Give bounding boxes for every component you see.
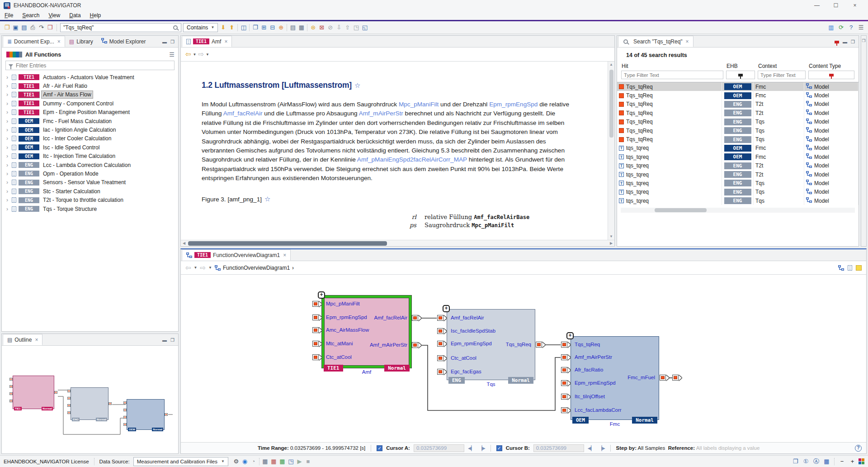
scroll-left-icon[interactable]: ◀ [181, 241, 187, 245]
menu-help[interactable]: Help [90, 12, 101, 19]
pdf-document-icon[interactable]: ❒ [46, 23, 54, 32]
stop-icon[interactable]: ■ [304, 457, 312, 466]
new-view-icon[interactable]: ❐ [251, 23, 259, 32]
tree-item[interactable]: ›OEMIac - Ignition Angle Calculation [2, 125, 178, 134]
minimize-panel-icon[interactable]: ▬ [843, 39, 847, 44]
tab-function-overview-diagram[interactable]: TIE1 FunctionOverviewDiagram1 × [182, 249, 291, 261]
forward-icon[interactable]: ⇨ [200, 264, 206, 272]
close-icon[interactable]: × [686, 38, 689, 45]
minimize-panel-icon[interactable]: ▬ [162, 39, 167, 44]
move-up-icon[interactable]: ⇧ [343, 23, 352, 32]
input-port[interactable] [561, 380, 567, 386]
diagram-canvas[interactable]: +Mpc_pManiFiltEpm_rpmEngSpdAmc_AirMassFl… [181, 275, 866, 442]
search-result-row[interactable]: Ttqs_tqreqENGTqsModel [617, 179, 859, 187]
tree-item[interactable]: ›TIE1Actuators - Actuators Value Treatme… [2, 73, 178, 81]
add-to-diagram-icon[interactable]: ⊕ [277, 23, 285, 32]
tab-model-explorer[interactable]: Model Explorer [97, 36, 150, 47]
input-port[interactable] [437, 369, 443, 375]
detach-icon[interactable]: ◳ [352, 23, 360, 32]
search-result-row[interactable]: Tqs_tqReqENGTqsModel [617, 126, 859, 135]
favorite-star-icon[interactable]: ☆ [264, 195, 270, 203]
horizontal-scrollbar[interactable]: ◀ ▶ [181, 240, 614, 246]
play-icon[interactable]: ▶ [295, 457, 304, 466]
data-source-dropdown[interactable]: Measurement and Calibration Files ▼ [133, 457, 228, 466]
step-forward-button[interactable]: ▕▶ [478, 445, 485, 451]
minimize-panel-icon[interactable]: ▬ [162, 338, 167, 343]
find-next-icon[interactable]: ⬇ [219, 23, 227, 32]
step-back-button[interactable]: ◀▏ [468, 445, 475, 451]
tab-document-amf[interactable]: TIE1 Amf × [182, 36, 232, 47]
tree-item[interactable]: ›ENGTqs - Torque Structure [2, 205, 178, 213]
menu-view[interactable]: View [48, 12, 60, 19]
cursor-a-checkbox[interactable]: ✓ [377, 445, 382, 451]
table-lab-icon[interactable]: ▦ [278, 457, 287, 466]
help-icon[interactable]: ? [855, 445, 862, 452]
input-port[interactable] [437, 341, 443, 347]
tab-library[interactable]: ▤Library [65, 36, 97, 47]
chevron-down-icon[interactable]: ▼ [208, 266, 212, 270]
scrollbar-thumb[interactable] [655, 208, 707, 212]
tree-item[interactable]: ›ENGLcc - Lambda Correction Calculation [2, 161, 178, 169]
model-icon[interactable] [838, 265, 844, 271]
grid-view-icon[interactable]: ▦ [822, 457, 831, 466]
search-input[interactable] [61, 24, 172, 31]
back-icon[interactable]: ⇦ [185, 50, 191, 58]
expand-chevron-icon[interactable]: › [5, 127, 9, 133]
input-port[interactable] [312, 327, 319, 333]
tree-item[interactable]: ›OEMIsc - Idle Speed Control [2, 143, 178, 152]
outline-block[interactable]: ENGNormal [71, 387, 108, 420]
tree-item[interactable]: ›OEMFmc - Fuel Mass Calculation [2, 117, 178, 125]
maximize-button[interactable]: ☐ [826, 2, 845, 9]
ehandbook-icon[interactable]: ▤ [20, 23, 28, 32]
search-result-row[interactable]: Tqs_tqReqENGT2tModel [617, 100, 859, 109]
scrollbar-thumb[interactable] [188, 241, 387, 246]
output-port[interactable] [412, 342, 418, 348]
remove-diagram-icon[interactable]: ⊠ [317, 23, 326, 32]
breadcrumb[interactable]: FunctionOverviewDiagram1 › [215, 265, 294, 271]
expand-chevron-icon[interactable]: › [5, 153, 9, 159]
close-button[interactable]: × [845, 2, 864, 9]
show-list-icon[interactable]: ▤ [288, 23, 297, 32]
doc-link[interactable]: Epm_rpmEngSpd [489, 101, 538, 108]
expand-chevron-icon[interactable]: › [5, 91, 9, 98]
expand-chevron-icon[interactable]: › [5, 188, 9, 195]
navigator-icon[interactable]: ◫ [239, 23, 248, 32]
tree-item[interactable]: ›ENGOpm - Operation Mode [2, 169, 178, 178]
function-block-fmc[interactable]: +Tqs_tqReqAmf_mAirPerStrAfr_facRatioEpm_… [571, 336, 659, 420]
column-header-context[interactable]: Context [756, 62, 807, 70]
input-port[interactable] [561, 354, 567, 360]
expand-all-icon[interactable]: ⊞ [259, 23, 268, 32]
match-mode-dropdown[interactable]: Contains ▼ [183, 23, 218, 32]
show-table-icon[interactable]: ▦ [297, 23, 306, 32]
tab-outline[interactable]: ▤ Outline × [3, 334, 42, 345]
tree-item[interactable]: ›OEMItc - Injection Time Calculation [2, 152, 178, 161]
search-result-row[interactable]: Ttqs_tqreqENGT2tModel [617, 162, 859, 170]
function-block-tqs[interactable]: +Amf_facRelAirIsc_facIdleSpdStabEpm_rpmE… [447, 309, 535, 380]
tree-item[interactable]: ›TIE1Epm - Engine Position Management [2, 108, 178, 117]
expand-chevron-icon[interactable]: › [5, 109, 9, 115]
expand-chevron-icon[interactable]: › [5, 100, 9, 107]
cursor-b-checkbox[interactable]: ✓ [496, 445, 502, 451]
menu-icon[interactable]: ☰ [857, 23, 865, 32]
visibility-icon[interactable]: ◉ [241, 457, 249, 466]
input-port[interactable] [561, 394, 567, 400]
maximize-panel-icon[interactable]: ❐ [170, 338, 175, 343]
output-port[interactable] [660, 375, 666, 381]
context-filter-input[interactable] [758, 71, 806, 79]
tree-item[interactable]: ›TIE1Dummy - Component Control [2, 99, 178, 108]
search-result-row[interactable]: Ttqs_tqreqENGTqsModel [617, 196, 859, 205]
chevron-down-icon[interactable]: ▼ [194, 266, 198, 270]
window-1-icon[interactable]: ① [802, 457, 810, 466]
close-icon[interactable]: × [224, 38, 227, 45]
history-icon[interactable]: ⟳ [837, 23, 845, 32]
zoom-in-icon[interactable]: + [848, 457, 857, 466]
zoom-out-icon[interactable]: − [838, 457, 846, 466]
search-result-row[interactable]: Ttqs_tqreqOEMFmcModel [617, 144, 859, 152]
minimize-button[interactable]: — [807, 2, 826, 9]
output-port[interactable] [412, 315, 418, 321]
monitor-view-icon[interactable]: ❐ [791, 457, 800, 466]
open-document-icon[interactable]: ❐ [3, 23, 11, 32]
cursor-b-value[interactable]: 0.032573699 [533, 444, 584, 452]
scroll-right-icon[interactable]: ▶ [608, 241, 614, 245]
expand-chevron-icon[interactable]: › [5, 171, 9, 177]
